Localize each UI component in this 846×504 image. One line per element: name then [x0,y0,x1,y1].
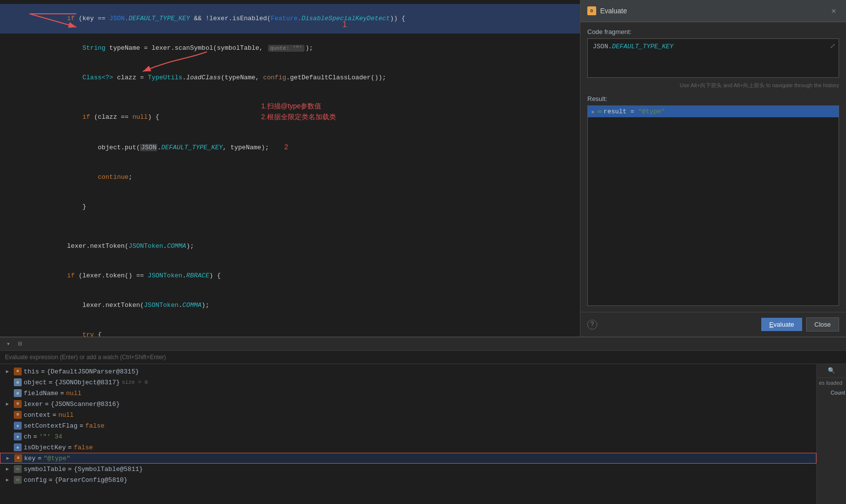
evaluate-title: Evaluate [600,7,828,15]
line-content-8: } [25,192,580,222]
code-fragment-content: JSON.DEFAULT_TYPE_KEY [593,43,834,50]
var-item-fieldname[interactable]: ⊙ fieldName = null [0,388,816,399]
variables-list: ▶ ≡ this = {DefaultJSONParser@8315} ⊙ ob… [0,364,816,504]
line-content-5: if (clazz == null) { [25,102,580,132]
line-content-1: if (key == JSON.DEFAULT_TYPE_KEY && !lex… [25,4,580,34]
line-content-9 [25,222,580,232]
var-icon-context: ≡ [14,411,22,419]
close-dialog-button[interactable]: Close [806,317,839,332]
code-line-8: } [0,192,580,222]
code-line-3: Class<?> clazz = TypeUtils.loadClass(typ… [0,63,580,93]
var-icon-fieldname: ⊙ [14,389,22,397]
variables-panel: ▶ ≡ this = {DefaultJSONParser@8315} ⊙ ob… [0,364,816,504]
line-content-4 [25,93,580,102]
filter-icon[interactable]: ▾ [4,339,13,348]
evaluate-icon: ⚙ [587,6,596,15]
expression-hint: Evaluate expression (Enter) or add a wat… [0,351,846,364]
code-line-7: continue; [0,163,580,192]
var-expand-lexer: ▶ [6,401,14,407]
code-line-2: String typeName = lexer.scanSymbol(symbo… [0,34,580,63]
code-line-1: if (key == JSON.DEFAULT_TYPE_KEY && !lex… [0,4,580,34]
code-line-9 [0,222,580,232]
var-item-symboltable[interactable]: ▶ ∞ symbolTable = {SymbolTable@5811} [0,464,816,474]
result-label: Result: [587,95,839,102]
code-editor: if (key == JSON.DEFAULT_TYPE_KEY && !lex… [0,0,580,336]
line-content-2: String typeName = lexer.scanSymbol(symbo… [25,34,580,63]
var-icon-ch: ◈ [14,433,22,440]
line-content-11: if (lexer.token() == JSONToken.RBRACE) { [25,261,580,291]
var-expand-this: ▶ [6,369,14,374]
bottom-content: ▶ ≡ this = {DefaultJSONParser@8315} ⊙ ob… [0,364,846,504]
search-icon: 🔍 [819,367,844,374]
code-line-11: if (lexer.token() == JSONToken.RBRACE) { [0,261,580,291]
var-item-object[interactable]: ⊙ object = {JSONObject@8317} size = 0 [0,377,816,388]
evaluate-header: ⚙ Evaluate ✕ [580,0,846,22]
var-icon-config: ∞ [14,476,22,484]
var-item-setcontextflag[interactable]: ◈ setContextFlag = false [0,420,816,431]
code-fragment-label: Code fragment: [587,28,839,35]
result-infinity-icon: ∞ [598,108,602,115]
code-editor-container: if (key == JSON.DEFAULT_TYPE_KEY && !lex… [0,0,580,336]
code-line-13: try { [0,320,580,336]
bottom-panel: ▾ ⊟ Evaluate expression (Enter) or add a… [0,336,846,504]
code-fragment-box[interactable]: JSON.DEFAULT_TYPE_KEY ⤢ [587,38,839,78]
var-expand-config: ▶ [6,477,14,483]
evaluate-button[interactable]: Evaluate [761,318,802,331]
line-content-13: try { [25,320,580,336]
result-expand-arrow: ▶ [592,109,595,115]
var-item-isobjectkey[interactable]: ◈ isObjectKey = false [0,442,816,453]
var-expand-symboltable: ▶ [6,466,14,472]
evaluate-close-button[interactable]: ✕ [828,5,839,17]
var-icon-object: ⊙ [14,378,22,386]
var-item-config[interactable]: ▶ ∞ config = {ParserConfig@5810} [0,474,816,485]
line-content-3: Class<?> clazz = TypeUtils.loadClass(typ… [25,63,580,93]
var-icon-lexer: ≡ [14,400,22,408]
line-content-7: continue; [25,163,580,192]
var-icon-this: ≡ [14,368,22,375]
var-item-ch[interactable]: ◈ ch = '"' 34 [0,431,816,442]
line-content-6: object.put(JSON.DEFAULT_TYPE_KEY, typeNa… [25,132,580,163]
evaluate-body: Code fragment: JSON.DEFAULT_TYPE_KEY ⤢ U… [580,22,846,312]
bottom-toolbar: ▾ ⊟ [0,337,846,351]
code-line-6: object.put(JSON.DEFAULT_TYPE_KEY, typeNa… [0,132,580,163]
var-icon-setcontextflag: ◈ [14,422,22,430]
var-item-key[interactable]: ▶ ≡ key = "@type" [0,453,816,464]
code-line-12: lexer.nextToken(JSONToken.COMMA); [0,291,580,320]
var-icon-key: ≡ [14,454,22,462]
search-box-small: 🔍 [817,364,846,378]
var-item-context[interactable]: ≡ context = null [0,409,816,420]
expand-fragment-button[interactable]: ⤢ [830,42,836,50]
var-icon-isobjectkey: ◈ [14,443,22,451]
bottom-right-panel: 🔍 es loaded Count [816,364,846,504]
count-label: Count [817,388,846,398]
settings-icon[interactable]: ⊟ [16,339,25,348]
result-box: ▶ ∞ result = "@type" [587,105,839,306]
result-value: result = "@type" [604,108,665,115]
help-button[interactable]: ? [587,320,597,330]
kw-if: if [67,15,75,22]
evaluate-footer: ? Evaluate Close [580,312,846,336]
var-icon-symboltable: ∞ [14,465,22,473]
nav-hint: Use Alt+向下箭头 and Alt+向上箭头 to navigate th… [587,82,839,89]
result-item-1[interactable]: ▶ ∞ result = "@type" [588,106,839,117]
code-line-10: lexer.nextToken(JSONToken.COMMA); [0,232,580,261]
line-content-12: lexer.nextToken(JSONToken.COMMA); [25,291,580,320]
evaluate-panel: ⚙ Evaluate ✕ Code fragment: JSON.DEFAULT… [580,0,846,336]
var-item-lexer[interactable]: ▶ ≡ lexer = {JSONScanner@8316} [0,399,816,409]
main-area: if (key == JSON.DEFAULT_TYPE_KEY && !lex… [0,0,846,336]
loaded-text: es loaded [817,378,846,388]
code-line-5: if (clazz == null) { [0,102,580,132]
var-expand-key: ▶ [6,455,14,461]
line-content-10: lexer.nextToken(JSONToken.COMMA); [25,232,580,261]
code-line-4 [0,93,580,102]
var-item-this[interactable]: ▶ ≡ this = {DefaultJSONParser@8315} [0,366,816,377]
